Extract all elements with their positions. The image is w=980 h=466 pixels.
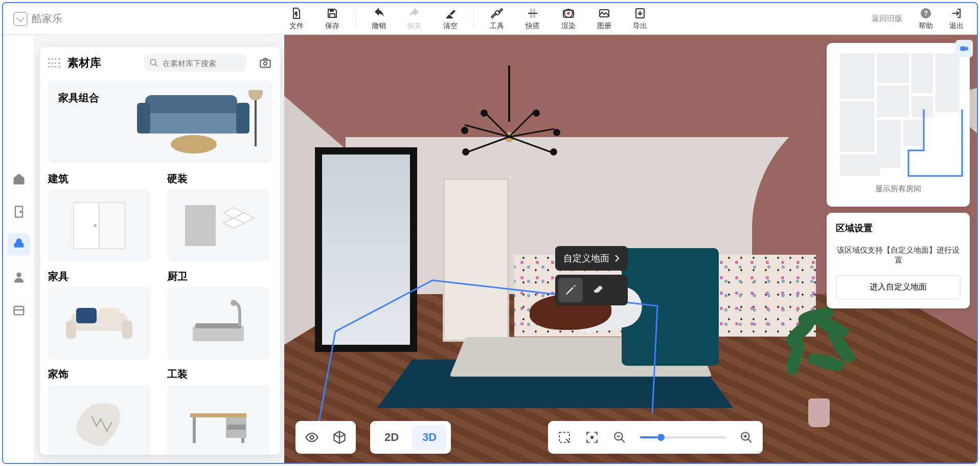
fit-screen-icon[interactable]	[580, 425, 604, 450]
quick-button[interactable]: 快搭	[515, 3, 551, 34]
cat-building[interactable]: 建筑	[48, 172, 153, 261]
rail-furniture-icon[interactable]	[8, 233, 30, 256]
back-to-old-link[interactable]: 返回旧版	[863, 3, 910, 34]
zoom-slider[interactable]	[640, 436, 726, 438]
menu-icon[interactable]	[48, 58, 60, 68]
erase-tool-icon[interactable]	[586, 278, 610, 302]
minimap-show-all[interactable]: 显示所有房间	[832, 184, 965, 194]
svg-rect-23	[76, 308, 97, 323]
svg-point-18	[94, 224, 97, 227]
redo-button[interactable]: 恢复	[397, 3, 432, 34]
svg-text:?: ?	[924, 9, 928, 17]
svg-point-13	[150, 59, 156, 65]
cat-hard-deco[interactable]: 硬装	[167, 172, 272, 261]
render-button[interactable]: 渲染	[551, 3, 586, 34]
left-rail	[3, 35, 35, 463]
app-name: 酷家乐	[32, 12, 62, 26]
help-button[interactable]: ?帮助	[910, 7, 941, 31]
app-logo: 酷家乐	[3, 3, 73, 34]
cat-home-deco[interactable]: 家饰	[48, 367, 153, 455]
svg-point-33	[310, 436, 314, 439]
minimap-panel: 显示所有房间	[827, 43, 970, 207]
cat-commercial[interactable]: 工装	[167, 367, 272, 455]
svg-rect-32	[227, 425, 245, 430]
svg-point-3	[567, 12, 570, 15]
svg-rect-26	[195, 323, 241, 328]
edit-tool-icon[interactable]	[558, 278, 583, 302]
svg-rect-28	[190, 413, 246, 417]
3d-toggle[interactable]: 3D	[412, 425, 447, 450]
svg-point-11	[16, 273, 21, 277]
view-mode-toggle: 2D 3D	[370, 421, 451, 454]
clear-button[interactable]: 清空	[432, 3, 468, 34]
enter-custom-floor-button[interactable]: 进入自定义地面	[836, 275, 961, 299]
rail-door-icon[interactable]	[8, 201, 30, 223]
svg-rect-24	[99, 308, 120, 323]
visibility-icon[interactable]	[300, 425, 324, 450]
view-visibility-controls	[295, 421, 356, 454]
save-button[interactable]: 保存	[314, 3, 350, 34]
svg-rect-17	[99, 203, 125, 249]
feature-card[interactable]: 家具组合	[48, 81, 272, 163]
rail-user-icon[interactable]	[8, 266, 30, 289]
svg-rect-14	[260, 60, 270, 68]
tools-button[interactable]: 工具	[479, 3, 515, 34]
svg-rect-22	[122, 321, 132, 339]
file-button[interactable]: 文件	[279, 3, 314, 34]
minimap[interactable]	[832, 48, 965, 181]
svg-point-10	[20, 211, 21, 212]
asset-panel-title: 素材库	[67, 55, 101, 71]
fit-selection-icon[interactable]	[552, 425, 577, 450]
chevron-right-icon	[614, 254, 620, 262]
svg-point-15	[264, 62, 267, 65]
exit-button[interactable]: 退出	[941, 7, 972, 31]
2d-toggle[interactable]: 2D	[374, 425, 409, 450]
context-label[interactable]: 自定义地面	[555, 246, 628, 271]
search-icon	[149, 58, 158, 68]
svg-rect-29	[193, 417, 196, 443]
svg-rect-0	[330, 9, 334, 12]
zoom-controls	[548, 421, 763, 454]
search-box[interactable]	[144, 54, 246, 72]
svg-point-27	[231, 300, 237, 306]
cube-view-icon[interactable]	[327, 425, 352, 450]
top-toolbar: 酷家乐 文件 保存 撤销 恢复 清空 工具 快搭 渲染 图册 导出 返回旧版 ?…	[3, 3, 977, 35]
context-popup: 自定义地面	[555, 246, 628, 305]
cat-furniture[interactable]: 家具	[48, 270, 153, 359]
album-button[interactable]: 图册	[586, 3, 622, 34]
svg-point-35	[591, 436, 593, 438]
sofa-thumb	[130, 90, 263, 151]
zoom-out-icon[interactable]	[607, 425, 632, 450]
rail-cabinet-icon[interactable]	[8, 299, 30, 321]
rail-home-icon[interactable]	[8, 168, 30, 190]
search-input[interactable]	[163, 59, 229, 68]
svg-rect-19	[185, 205, 216, 246]
export-button[interactable]: 导出	[622, 3, 658, 34]
zoom-in-icon[interactable]	[734, 425, 759, 450]
region-title: 区域设置	[836, 222, 961, 234]
camera-search-icon[interactable]	[259, 56, 272, 70]
asset-library-panel: 素材库 家具组合 建筑 硬装 家具 厨卫 家饰 工装	[40, 47, 280, 455]
undo-button[interactable]: 撤销	[361, 3, 397, 34]
region-desc: 该区域仅支持【自定义地面】进行设置	[836, 246, 961, 265]
logo-icon	[13, 12, 28, 26]
svg-rect-1	[330, 14, 335, 17]
region-settings-panel: 区域设置 该区域仅支持【自定义地面】进行设置 进入自定义地面	[827, 213, 970, 308]
cat-kitchen-bath[interactable]: 厨卫	[167, 270, 272, 359]
svg-rect-21	[66, 321, 76, 339]
